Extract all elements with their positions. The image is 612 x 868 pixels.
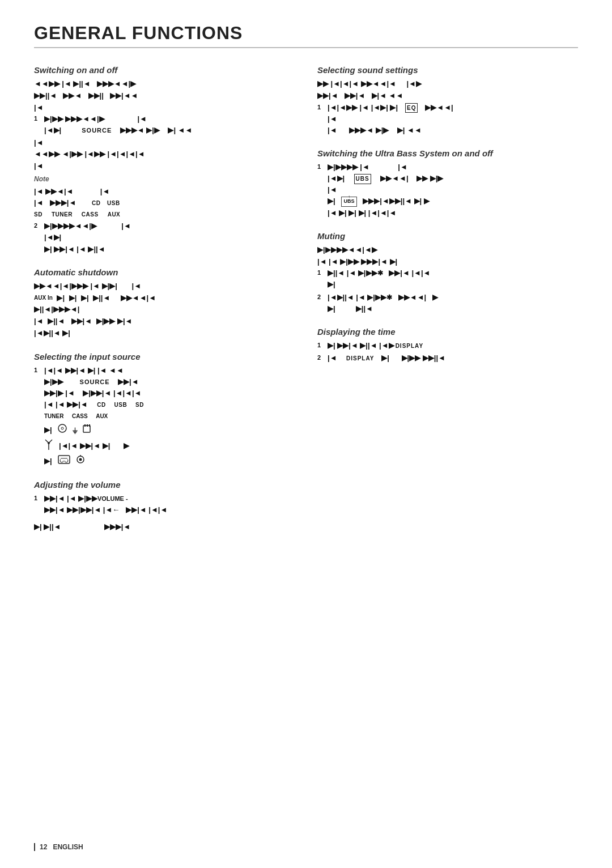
ultra-bass-content: 1 ▶|▶▶▶▶ |◄ |◄ |◄▶| UBS ▶▶◄◄| ▶▶ ▶ xyxy=(317,161,578,219)
icon-row: |◄ |◄ ▶|▶▶ ▶▶▶|◄ ▶| xyxy=(317,256,578,268)
icon-row: |◄ xyxy=(34,102,295,113)
section-title-input-source: Selecting the input source xyxy=(34,352,295,361)
numbered-item-1-volume: 1 ▶▶|◄ |◄ ▶|▶▶VOLUME - ▶▶|◄ ▶▶|▶▶|◄ |◄← … xyxy=(34,493,295,516)
ubs-box-icon: UBS ↑ xyxy=(341,197,356,207)
aux-icon xyxy=(76,455,85,464)
section-title-ultra-bass: Switching the Ultra Bass System on and o… xyxy=(317,148,578,158)
section-input-source: Selecting the input source 1 |◄|◄ ▶▶|◄ ▶… xyxy=(34,352,295,467)
switching-content: ◄◄▶▶ |◄ ▶||◄ ▶▶▶◄◄|▶ ▶▶||◄ ▶▶◄ ▶▶|| ▶▶|◄… xyxy=(34,78,295,255)
numbered-item-1-display: 1 ▶| ▶▶|◄ ▶||◄ |◄▶DISPLAY xyxy=(317,340,578,351)
icon-row: ▶▶|◄ ▶▶|◄ ▶|◄ ◄◄ xyxy=(317,90,578,102)
icon-row: AUX In ▶| ▶| ▶| ▶||◄ ▶▶◄◄|◄ xyxy=(34,292,295,304)
icon-row: |◄ ▶▶◄|◄ |◄ xyxy=(34,186,295,198)
svg-rect-3 xyxy=(84,424,86,427)
volume-content: 1 ▶▶|◄ |◄ ▶|▶▶VOLUME - ▶▶|◄ ▶▶|▶▶|◄ |◄← … xyxy=(34,493,295,533)
icon-row: |◄ xyxy=(34,137,295,148)
section-switching-on-off: Switching on and off ◄◄▶▶ |◄ ▶||◄ ▶▶▶◄◄|… xyxy=(34,65,295,255)
section-muting: Muting ▶|▶▶▶▶◄◄|◄▶ |◄ |◄ ▶|▶▶ ▶▶▶|◄ ▶| 1… xyxy=(317,231,578,314)
ubs-label: UBS xyxy=(354,174,371,184)
icon-row: ▶||◄|▶▶▶◄| xyxy=(34,304,295,316)
svg-rect-5 xyxy=(89,424,90,427)
svg-point-9 xyxy=(48,442,50,444)
eq-label: EQ xyxy=(405,103,418,113)
icon-row: ▶▶◄◄|◄|▶▶▶ |◄ ▶|▶| |◄ xyxy=(34,280,295,292)
right-column: Selecting sound settings ▶▶ |◄|◄|◄ ▶▶◄◄|… xyxy=(317,65,578,546)
page-title: GENERAL FUNCTIONS xyxy=(34,23,578,48)
section-title-muting: Muting xyxy=(317,231,578,241)
section-title-volume: Adjusting the volume xyxy=(34,480,295,490)
language-label: ENGLISH xyxy=(53,843,83,851)
section-displaying-time: Displaying the time 1 ▶| ▶▶|◄ ▶||◄ |◄▶DI… xyxy=(317,327,578,364)
icon-row: |◄▶||◄ ▶| xyxy=(34,327,295,339)
icon-row: ▶▶||◄ ▶▶◄ ▶▶|| ▶▶|◄◄ xyxy=(34,90,295,102)
svg-rect-13 xyxy=(61,458,67,461)
section-sound-settings: Selecting sound settings ▶▶ |◄|◄|◄ ▶▶◄◄|… xyxy=(317,65,578,136)
icon-row: ▶| ▶||◄ ▶▶▶|◄ xyxy=(34,521,295,533)
antenna-icon xyxy=(44,439,53,450)
note-label: Note xyxy=(34,174,295,185)
page-number: 12 xyxy=(40,843,47,851)
numbered-item-1-sound: 1 |◄|◄▶▶ |◄ |◄▶| ▶| EQ ▶▶◄◄| |◄ |◄ ▶▶▶◄ … xyxy=(317,102,578,136)
svg-point-1 xyxy=(61,427,63,429)
section-title-shutdown: Automatic shutdown xyxy=(34,267,295,277)
device-icons-row3: ▶| xyxy=(44,455,85,467)
labels-row-sd-tuner-cass-aux: SD TUNER CASS AUX xyxy=(34,210,295,219)
numbered-item-2-display: 2 |◄ DISPLAY ▶| ▶|▶▶ ▶▶||◄ xyxy=(317,352,578,364)
section-automatic-shutdown: Automatic shutdown ▶▶◄◄|◄|▶▶▶ |◄ ▶|▶| |◄… xyxy=(34,267,295,339)
display-time-content: 1 ▶| ▶▶|◄ ▶||◄ |◄▶DISPLAY 2 |◄ DISPLAY ▶… xyxy=(317,340,578,364)
usb-icon: ⏚ xyxy=(73,424,77,437)
icon-row: |◄ ▶||◄ ▶▶|◄ ▶|▶▶ ▶|◄ xyxy=(34,316,295,327)
svg-rect-4 xyxy=(87,424,88,427)
section-title-display-time: Displaying the time xyxy=(317,327,578,337)
left-column: Switching on and off ◄◄▶▶ |◄ ▶||◄ ▶▶▶◄◄|… xyxy=(34,65,295,546)
icon-row: |◄ ▶▶▶|◄ CD USB xyxy=(34,197,295,209)
display-label-1: DISPLAY xyxy=(396,343,423,349)
sound-settings-content: ▶▶ |◄|◄|◄ ▶▶◄◄|◄ |◄▶ ▶▶|◄ ▶▶|◄ ▶|◄ ◄◄ 1 … xyxy=(317,78,578,136)
numbered-item-2: 2 ▶|▶▶▶▶◄◄|▶ |◄ |◄▶| ▶| ▶▶|◄ |◄ ▶||◄ xyxy=(34,220,295,254)
shutdown-content: ▶▶◄◄|◄|▶▶▶ |◄ ▶|▶| |◄ AUX In ▶| ▶| ▶| ▶|… xyxy=(34,280,295,339)
icon-row: ▶▶ |◄|◄|◄ ▶▶◄◄|◄ |◄▶ xyxy=(317,78,578,90)
cd-icon xyxy=(58,424,67,433)
page-footer: 12 ENGLISH xyxy=(34,843,83,851)
icon-row: ◄◄▶▶ |◄ ▶||◄ ▶▶▶◄◄|▶ xyxy=(34,78,295,90)
numbered-item-1: 1 |◄|◄ ▶▶|◄ ▶| |◄ ◄◄ ▶|▶▶ SOURCE ▶▶|◄ ▶▶… xyxy=(34,365,295,467)
input-source-content: 1 |◄|◄ ▶▶|◄ ▶| |◄ ◄◄ ▶|▶▶ SOURCE ▶▶|◄ ▶▶… xyxy=(34,365,295,467)
main-content: Switching on and off ◄◄▶▶ |◄ ▶||◄ ▶▶▶◄◄|… xyxy=(34,65,578,546)
sd-icon xyxy=(83,424,91,433)
numbered-item-1-ubs: 1 ▶|▶▶▶▶ |◄ |◄ |◄▶| UBS ▶▶◄◄| ▶▶ ▶ xyxy=(317,161,578,219)
icon-row: ◄◄▶▶ ◄|▶▶ |◄▶▶ |◄|◄|◄|◄ xyxy=(34,148,295,160)
section-ultra-bass: Switching the Ultra Bass System on and o… xyxy=(317,148,578,219)
numbered-item-2-muting: 2 |◄▶||◄ |◄ ▶|▶▶✱ ▶▶◄◄| ▶ ▶| ▶||◄ xyxy=(317,292,578,314)
icon-row: |◄ xyxy=(34,160,295,172)
device-icons-row2: |◄|◄ ▶▶|◄ ▶| ▶ xyxy=(44,439,129,453)
numbered-item-1: 1 ▶|▶▶ ▶▶▶◄◄|▶ |◄ |◄▶| SOURCE ▶▶▶◄ ▶|▶ xyxy=(34,113,295,136)
svg-point-16 xyxy=(79,458,82,461)
display-label-2: DISPLAY xyxy=(346,355,374,361)
section-title-switching: Switching on and off xyxy=(34,65,295,75)
section-volume: Adjusting the volume 1 ▶▶|◄ |◄ ▶|▶▶VOLUM… xyxy=(34,480,295,533)
muting-content: ▶|▶▶▶▶◄◄|◄▶ |◄ |◄ ▶|▶▶ ▶▶▶|◄ ▶| 1 ▶||◄ |… xyxy=(317,244,578,314)
device-icons-row: ▶| ⏚ xyxy=(44,424,91,436)
numbered-item-1-muting: 1 ▶||◄ |◄ ▶|▶▶✱ ▶▶|◄ |◄|◄ ▶| xyxy=(317,267,578,290)
cassette-icon xyxy=(58,455,70,464)
svg-point-0 xyxy=(58,424,66,432)
icon-row: ▶|▶▶▶▶◄◄|◄▶ xyxy=(317,244,578,256)
section-title-sound: Selecting sound settings xyxy=(317,65,578,75)
